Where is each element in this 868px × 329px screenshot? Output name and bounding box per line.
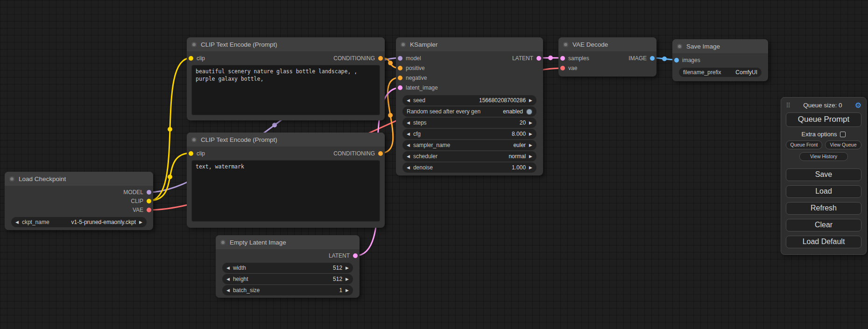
decrement-arrow-icon[interactable]: ◀ [226,277,230,281]
increment-arrow-icon[interactable]: ▶ [529,143,532,147]
increment-arrow-icon[interactable]: ▶ [346,266,349,270]
collapse-dot-icon[interactable] [677,44,682,49]
scheduler-widget[interactable]: ◀ scheduler normal ▶ [402,151,536,161]
latent-output-slot[interactable] [536,56,541,61]
widget-label: steps [413,119,427,126]
clip-input-slot[interactable] [189,56,193,61]
latent-image-input-slot[interactable] [398,85,402,90]
decrement-arrow-icon[interactable]: ◀ [226,288,230,293]
node-title-bar[interactable]: VAE Decode [558,37,656,51]
widget-label: cfg [413,131,421,137]
increment-arrow-icon[interactable]: ▶ [529,166,532,170]
node-empty-latent-image[interactable]: Empty Latent Image LATENT ◀ width 512 ▶ … [216,235,360,298]
node-save-image[interactable]: Save Image images filename_prefix ComfyU… [672,39,768,81]
link-midpoint-dot [662,56,667,61]
negative-prompt-textarea[interactable]: text, watermark [191,160,380,222]
collapse-dot-icon[interactable] [191,42,197,47]
collapse-dot-icon[interactable] [563,42,568,47]
height-widget[interactable]: ◀ height 512 ▶ [222,274,353,284]
load-button[interactable]: Load [786,185,861,198]
view-queue-button[interactable]: View Queue [825,140,861,149]
node-vae-decode[interactable]: VAE Decode samples IMAGE vae [558,37,656,77]
widget-value: v1-5-pruned-emaonly.ckpt [71,219,136,225]
positive-prompt-textarea[interactable]: beautiful scenery nature glass bottle la… [191,65,380,115]
latent-output-slot[interactable] [353,253,358,258]
decrement-arrow-icon[interactable]: ◀ [407,98,410,103]
view-history-button[interactable]: View History [799,152,848,161]
filename-prefix-widget[interactable]: filename_prefix ComfyUI [679,68,762,77]
decrement-arrow-icon[interactable]: ◀ [407,121,410,125]
clip-input-slot[interactable] [189,151,193,156]
batch-size-widget[interactable]: ◀ batch_size 1 ▶ [222,285,353,295]
model-input-slot[interactable] [398,56,402,61]
slot-label: vae [568,65,577,71]
increment-arrow-icon[interactable]: ▶ [529,121,532,125]
collapse-dot-icon[interactable] [401,42,406,47]
widget-value: 512 [333,265,342,271]
save-button[interactable]: Save [786,168,861,181]
node-title-bar[interactable]: Load Checkpoint [5,172,153,186]
settings-gear-icon[interactable]: ⚙ [855,101,861,110]
toggle-knob[interactable] [526,109,532,115]
comfy-menu-panel: ⠿ Queue size: 0 ⚙ Queue Prompt Extra opt… [781,97,867,255]
vae-output-slot[interactable] [147,208,151,212]
load-default-button[interactable]: Load Default [786,236,861,248]
decrement-arrow-icon[interactable]: ◀ [407,143,410,147]
decrement-arrow-icon[interactable]: ◀ [407,154,410,159]
images-input-slot[interactable] [674,58,679,63]
refresh-button[interactable]: Refresh [786,202,861,215]
extra-options-checkbox[interactable] [840,132,846,137]
seed-widget[interactable]: ◀ seed 156680208700286 ▶ [402,95,536,105]
node-title-bar[interactable]: Save Image [672,39,768,53]
clear-button[interactable]: Clear [786,219,861,231]
increment-arrow-icon[interactable]: ▶ [529,132,532,136]
steps-widget[interactable]: ◀ steps 20 ▶ [402,118,536,128]
random-seed-toggle-widget[interactable]: Random seed after every gen enabled [402,106,536,117]
increment-arrow-icon[interactable]: ▶ [139,220,142,224]
positive-input-slot[interactable] [398,66,402,70]
queue-prompt-button[interactable]: Queue Prompt [786,112,861,127]
denoise-widget[interactable]: ◀ denoise 1.000 ▶ [402,162,536,173]
slot-label: negative [406,75,427,81]
increment-arrow-icon[interactable]: ▶ [529,154,532,159]
increment-arrow-icon[interactable]: ▶ [529,98,532,103]
increment-arrow-icon[interactable]: ▶ [346,277,349,281]
node-title: Empty Latent Image [230,239,286,246]
queue-front-button[interactable]: Queue Front [786,140,822,149]
cfg-widget[interactable]: ◀ cfg 8.000 ▶ [402,129,536,139]
slot-label: latent_image [406,84,438,91]
node-title-bar[interactable]: KSampler [396,37,543,51]
node-title-bar[interactable]: CLIP Text Encode (Prompt) [187,37,385,51]
node-clip-text-encode-positive[interactable]: CLIP Text Encode (Prompt) clip CONDITION… [187,37,385,120]
decrement-arrow-icon[interactable]: ◀ [407,166,410,170]
widget-label: seed [413,97,425,104]
negative-input-slot[interactable] [398,76,402,80]
node-ksampler[interactable]: KSampler model LATENT positive negative … [396,37,543,175]
decrement-arrow-icon[interactable]: ◀ [226,266,230,270]
collapse-dot-icon[interactable] [9,176,14,182]
model-output-slot[interactable] [147,190,151,195]
conditioning-output-slot[interactable] [378,151,383,156]
node-title-bar[interactable]: CLIP Text Encode (Prompt) [187,133,385,147]
clip-output-slot[interactable] [147,199,151,203]
slot-area: clip CONDITIONING [187,147,385,160]
width-widget[interactable]: ◀ width 512 ▶ [222,263,353,273]
sampler-name-widget[interactable]: ◀ sampler_name euler ▶ [402,140,536,150]
decrement-arrow-icon[interactable]: ◀ [407,132,410,136]
link-midpoint-dot [388,61,393,65]
image-output-slot[interactable] [650,56,655,61]
samples-input-slot[interactable] [560,56,565,61]
increment-arrow-icon[interactable]: ▶ [346,288,349,293]
drag-handle-icon[interactable]: ⠿ [786,102,790,109]
vae-input-slot[interactable] [560,66,565,70]
node-title-bar[interactable]: Empty Latent Image [216,235,360,249]
ckpt-name-widget[interactable]: ◀ ckpt_name v1-5-pruned-emaonly.ckpt ▶ [11,217,147,227]
node-clip-text-encode-negative[interactable]: CLIP Text Encode (Prompt) clip CONDITION… [187,133,385,228]
graph-canvas[interactable]: Load Checkpoint MODEL CLIP VAE ◀ ckpt_na… [0,0,868,329]
node-load-checkpoint[interactable]: Load Checkpoint MODEL CLIP VAE ◀ ckpt_na… [5,172,153,230]
collapse-dot-icon[interactable] [191,137,197,142]
decrement-arrow-icon[interactable]: ◀ [15,220,19,224]
collapse-dot-icon[interactable] [220,240,226,245]
widget-value: 20 [520,119,526,126]
conditioning-output-slot[interactable] [378,56,383,61]
